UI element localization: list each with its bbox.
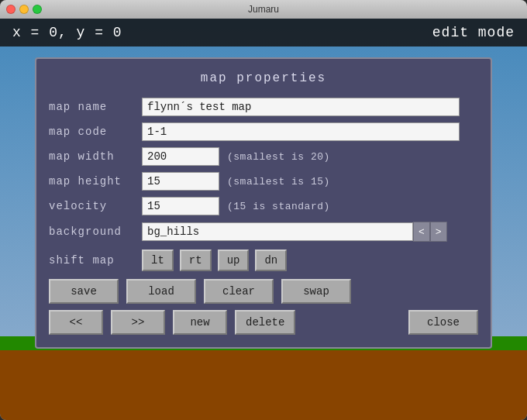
ground — [0, 350, 527, 420]
background-next-button[interactable]: > — [430, 222, 447, 242]
coordinates-display: x = 0, y = 0 — [12, 25, 122, 40]
background-label: background — [49, 225, 142, 238]
background-row: background < > — [49, 222, 478, 242]
new-map-button[interactable]: new — [173, 310, 227, 335]
background-input[interactable] — [142, 222, 413, 241]
map-name-input[interactable] — [142, 98, 460, 116]
map-code-input[interactable] — [142, 122, 460, 141]
next-map-button[interactable]: >> — [111, 310, 165, 335]
shift-right-button[interactable]: rt — [180, 250, 212, 271]
map-width-hint: (smallest is 20) — [227, 151, 330, 163]
shift-left-button[interactable]: lt — [142, 250, 174, 271]
dialog-title: map properties — [49, 71, 478, 85]
load-button[interactable]: load — [126, 279, 196, 304]
velocity-label: velocity — [49, 200, 142, 212]
map-width-input[interactable] — [142, 147, 219, 166]
window: Jumaru x = 0, y = 0 edit mode map proper… — [0, 0, 527, 420]
status-bar: x = 0, y = 0 edit mode — [0, 19, 527, 46]
prev-map-button[interactable]: << — [49, 310, 103, 335]
shift-map-row: shift map lt rt up dn — [49, 250, 478, 271]
map-code-label: map code — [49, 126, 142, 138]
map-code-row: map code — [49, 122, 478, 141]
close-dialog-button[interactable]: close — [408, 310, 478, 335]
shift-map-label: shift map — [49, 254, 142, 267]
map-height-hint: (smallest is 15) — [227, 176, 330, 188]
velocity-row: velocity (15 is standard) — [49, 197, 478, 215]
velocity-hint: (15 is standard) — [227, 201, 330, 212]
window-title: Jumaru — [248, 4, 279, 15]
map-height-label: map height — [49, 175, 142, 188]
save-button[interactable]: save — [49, 279, 119, 304]
title-bar: Jumaru — [0, 0, 527, 19]
maximize-button[interactable] — [33, 5, 42, 14]
map-width-row: map width (smallest is 20) — [49, 147, 478, 166]
action-buttons-row: save load clear swap — [49, 279, 478, 304]
close-button[interactable] — [6, 5, 16, 14]
swap-button[interactable]: swap — [281, 279, 351, 304]
background-control: < > — [142, 222, 447, 242]
clear-button[interactable]: clear — [204, 279, 274, 304]
map-height-input[interactable] — [142, 172, 219, 191]
map-name-row: map name — [49, 98, 478, 116]
delete-map-button[interactable]: delete — [235, 310, 295, 335]
mode-display: edit mode — [432, 25, 515, 40]
map-height-row: map height (smallest is 15) — [49, 172, 478, 191]
map-name-label: map name — [49, 101, 142, 113]
minimize-button[interactable] — [19, 5, 29, 14]
nav-buttons-row: << >> new delete close — [49, 310, 478, 335]
shift-up-button[interactable]: up — [218, 250, 250, 271]
game-area: x = 0, y = 0 edit mode map properties ma… — [0, 19, 527, 420]
background-prev-button[interactable]: < — [413, 222, 430, 242]
traffic-lights — [6, 5, 42, 14]
map-properties-dialog: map properties map name map code map wid… — [35, 57, 492, 349]
shift-buttons: lt rt up dn — [142, 250, 287, 271]
velocity-input[interactable] — [142, 197, 219, 215]
shift-down-button[interactable]: dn — [255, 250, 287, 271]
map-width-label: map width — [49, 150, 142, 163]
